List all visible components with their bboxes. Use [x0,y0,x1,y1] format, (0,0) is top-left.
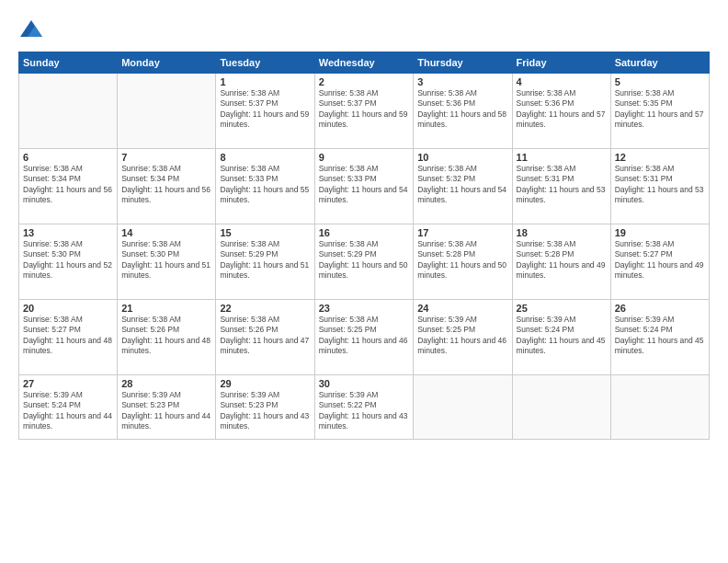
weekday-header: Wednesday [314,52,413,74]
day-info: Sunrise: 5:38 AM Sunset: 5:37 PM Dayligh… [220,88,310,131]
day-number: 7 [121,152,211,163]
day-info: Sunrise: 5:38 AM Sunset: 5:36 PM Dayligh… [517,88,607,131]
logo-icon [18,17,44,42]
calendar-cell [414,375,512,440]
calendar-week-row: 20Sunrise: 5:38 AM Sunset: 5:27 PM Dayli… [19,300,710,375]
day-info: Sunrise: 5:38 AM Sunset: 5:29 PM Dayligh… [220,239,310,282]
day-number: 16 [319,227,409,238]
weekday-header: Saturday [610,52,709,74]
calendar-cell: 19Sunrise: 5:38 AM Sunset: 5:27 PM Dayli… [610,224,709,300]
day-number: 22 [220,303,310,314]
day-info: Sunrise: 5:38 AM Sunset: 5:29 PM Dayligh… [319,239,409,282]
weekday-header: Sunday [19,52,118,74]
calendar-cell: 13Sunrise: 5:38 AM Sunset: 5:30 PM Dayli… [19,224,118,300]
day-info: Sunrise: 5:38 AM Sunset: 5:37 PM Dayligh… [319,88,409,131]
calendar-cell [19,74,118,149]
day-info: Sunrise: 5:38 AM Sunset: 5:27 PM Dayligh… [23,315,113,357]
day-number: 30 [319,378,409,389]
day-number: 24 [417,303,507,314]
calendar-week-row: 13Sunrise: 5:38 AM Sunset: 5:30 PM Dayli… [19,224,710,300]
day-number: 1 [220,76,310,87]
calendar-week-row: 27Sunrise: 5:39 AM Sunset: 5:24 PM Dayli… [19,375,710,440]
day-number: 20 [23,303,113,314]
calendar-cell: 16Sunrise: 5:38 AM Sunset: 5:29 PM Dayli… [314,224,413,300]
day-info: Sunrise: 5:38 AM Sunset: 5:36 PM Dayligh… [417,88,507,131]
day-number: 9 [319,152,409,163]
calendar-cell: 11Sunrise: 5:38 AM Sunset: 5:31 PM Dayli… [512,149,610,224]
calendar-cell: 5Sunrise: 5:38 AM Sunset: 5:35 PM Daylig… [610,74,709,149]
day-number: 28 [121,378,211,389]
day-info: Sunrise: 5:39 AM Sunset: 5:23 PM Dayligh… [220,390,310,432]
day-info: Sunrise: 5:38 AM Sunset: 5:34 PM Dayligh… [121,164,211,206]
calendar-cell [118,74,216,149]
day-info: Sunrise: 5:38 AM Sunset: 5:26 PM Dayligh… [121,315,211,357]
day-number: 5 [615,76,705,87]
day-number: 3 [417,76,507,87]
day-number: 18 [517,227,607,238]
day-info: Sunrise: 5:39 AM Sunset: 5:23 PM Dayligh… [121,390,211,432]
calendar-cell: 25Sunrise: 5:39 AM Sunset: 5:24 PM Dayli… [512,300,610,375]
day-info: Sunrise: 5:38 AM Sunset: 5:26 PM Dayligh… [220,315,310,357]
day-info: Sunrise: 5:38 AM Sunset: 5:33 PM Dayligh… [220,164,310,206]
calendar-cell: 3Sunrise: 5:38 AM Sunset: 5:36 PM Daylig… [414,74,512,149]
calendar-cell: 28Sunrise: 5:39 AM Sunset: 5:23 PM Dayli… [118,375,216,440]
calendar-cell: 4Sunrise: 5:38 AM Sunset: 5:36 PM Daylig… [512,74,610,149]
calendar-cell: 7Sunrise: 5:38 AM Sunset: 5:34 PM Daylig… [118,149,216,224]
weekday-header-row: SundayMondayTuesdayWednesdayThursdayFrid… [19,52,710,74]
day-number: 6 [23,152,113,163]
day-info: Sunrise: 5:39 AM Sunset: 5:24 PM Dayligh… [615,315,705,357]
day-info: Sunrise: 5:38 AM Sunset: 5:32 PM Dayligh… [417,164,507,206]
calendar-cell: 24Sunrise: 5:39 AM Sunset: 5:25 PM Dayli… [414,300,512,375]
calendar-cell: 26Sunrise: 5:39 AM Sunset: 5:24 PM Dayli… [610,300,709,375]
day-info: Sunrise: 5:38 AM Sunset: 5:25 PM Dayligh… [319,315,409,357]
day-number: 2 [319,76,409,87]
header [18,17,710,42]
day-number: 23 [319,303,409,314]
calendar-cell: 10Sunrise: 5:38 AM Sunset: 5:32 PM Dayli… [414,149,512,224]
day-number: 27 [23,378,113,389]
calendar-week-row: 6Sunrise: 5:38 AM Sunset: 5:34 PM Daylig… [19,149,710,224]
day-info: Sunrise: 5:38 AM Sunset: 5:33 PM Dayligh… [319,164,409,206]
calendar-cell: 27Sunrise: 5:39 AM Sunset: 5:24 PM Dayli… [19,375,118,440]
day-info: Sunrise: 5:39 AM Sunset: 5:25 PM Dayligh… [417,315,507,357]
day-info: Sunrise: 5:38 AM Sunset: 5:35 PM Dayligh… [615,88,705,131]
logo [18,17,48,42]
calendar-cell: 20Sunrise: 5:38 AM Sunset: 5:27 PM Dayli… [19,300,118,375]
calendar-cell: 23Sunrise: 5:38 AM Sunset: 5:25 PM Dayli… [314,300,413,375]
calendar-cell: 22Sunrise: 5:38 AM Sunset: 5:26 PM Dayli… [216,300,314,375]
weekday-header: Friday [512,52,610,74]
day-info: Sunrise: 5:38 AM Sunset: 5:27 PM Dayligh… [615,239,705,282]
day-info: Sunrise: 5:39 AM Sunset: 5:24 PM Dayligh… [23,390,113,432]
calendar-cell: 17Sunrise: 5:38 AM Sunset: 5:28 PM Dayli… [414,224,512,300]
day-number: 19 [615,227,705,238]
day-info: Sunrise: 5:38 AM Sunset: 5:28 PM Dayligh… [417,239,507,282]
calendar-cell: 29Sunrise: 5:39 AM Sunset: 5:23 PM Dayli… [216,375,314,440]
day-number: 21 [121,303,211,314]
day-number: 11 [517,152,607,163]
calendar-week-row: 1Sunrise: 5:38 AM Sunset: 5:37 PM Daylig… [19,74,710,149]
calendar-cell: 21Sunrise: 5:38 AM Sunset: 5:26 PM Dayli… [118,300,216,375]
calendar-table: SundayMondayTuesdayWednesdayThursdayFrid… [18,52,710,440]
day-info: Sunrise: 5:38 AM Sunset: 5:31 PM Dayligh… [615,164,705,206]
day-info: Sunrise: 5:39 AM Sunset: 5:24 PM Dayligh… [517,315,607,357]
calendar-cell: 12Sunrise: 5:38 AM Sunset: 5:31 PM Dayli… [610,149,709,224]
day-number: 4 [517,76,607,87]
day-number: 25 [517,303,607,314]
day-number: 26 [615,303,705,314]
day-number: 13 [23,227,113,238]
day-number: 14 [121,227,211,238]
calendar-cell: 15Sunrise: 5:38 AM Sunset: 5:29 PM Dayli… [216,224,314,300]
calendar-cell: 30Sunrise: 5:39 AM Sunset: 5:22 PM Dayli… [314,375,413,440]
day-info: Sunrise: 5:38 AM Sunset: 5:34 PM Dayligh… [23,164,113,206]
calendar-cell: 1Sunrise: 5:38 AM Sunset: 5:37 PM Daylig… [216,74,314,149]
calendar-cell: 2Sunrise: 5:38 AM Sunset: 5:37 PM Daylig… [314,74,413,149]
calendar-cell: 14Sunrise: 5:38 AM Sunset: 5:30 PM Dayli… [118,224,216,300]
day-info: Sunrise: 5:38 AM Sunset: 5:30 PM Dayligh… [23,239,113,282]
page: SundayMondayTuesdayWednesdayThursdayFrid… [0,0,728,563]
calendar-cell: 9Sunrise: 5:38 AM Sunset: 5:33 PM Daylig… [314,149,413,224]
calendar-cell [610,375,709,440]
day-number: 12 [615,152,705,163]
day-info: Sunrise: 5:38 AM Sunset: 5:28 PM Dayligh… [517,239,607,282]
calendar-cell: 8Sunrise: 5:38 AM Sunset: 5:33 PM Daylig… [216,149,314,224]
day-number: 17 [417,227,507,238]
